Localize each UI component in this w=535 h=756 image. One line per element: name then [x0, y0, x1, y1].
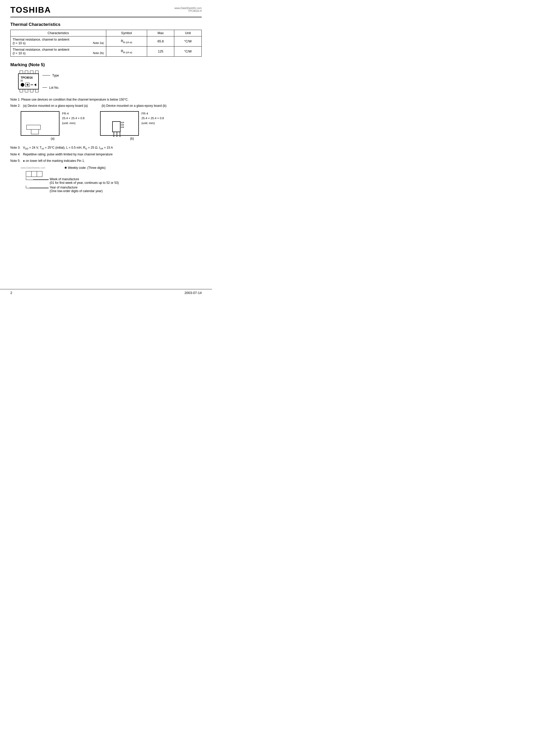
arrow-head	[34, 84, 36, 86]
char-cell-1: Thermal resistance, channel to ambient (…	[11, 37, 106, 46]
footer-page-number: 2	[10, 291, 12, 295]
board-b-size: 25.4 × 25.4 × 0.8	[141, 116, 164, 121]
board-a-fr4: FR-4	[62, 111, 85, 116]
www-label: www.DataSheet4U.com	[21, 166, 45, 169]
board-a-chip	[26, 125, 41, 129]
note2-header: Note 2: (a) Device mounted on a glass-ep…	[10, 103, 202, 108]
board-b-fr4: FR-4	[141, 111, 164, 116]
col-header-unit: Unit	[174, 30, 202, 37]
week-lines: Week of manufacture (01 for first week o…	[26, 177, 202, 193]
lot-label-line: Lot No.	[42, 86, 59, 90]
notes-section: Note 1: Please use devices on condition …	[10, 97, 202, 109]
ic-b-body	[112, 121, 121, 132]
pin-top-3	[30, 70, 33, 73]
watermark-text: www.DataSheet4U.com	[174, 7, 202, 10]
board-b-unit: (unit: mm)	[141, 121, 164, 126]
char-cell-2: Thermal resistance, channel to ambient (…	[11, 46, 106, 57]
pin-bottom-3	[30, 90, 33, 92]
week-box-1	[26, 171, 32, 177]
unit-cell-2: °C/W	[174, 46, 202, 57]
time-label-1: (t = 10 s)	[13, 42, 26, 45]
note1: Note 1: Please use devices on condition …	[10, 97, 202, 102]
page-header: TOSHIBA www.DataSheet4U.com TPC8016-H	[10, 5, 202, 17]
ic-body: TPC8016 H ✱	[18, 73, 39, 90]
week-box-3	[37, 171, 42, 177]
lot-label: Lot No.	[49, 86, 59, 90]
chip-id: TPC8016-H	[188, 10, 202, 13]
asterisk-mark: ✱	[25, 83, 29, 87]
unit-cell-1: °C/W	[174, 37, 202, 46]
symbol-cell-1: Rth (ch·a)	[106, 37, 147, 46]
board-a-size: 25.4 × 25.4 × 0.8	[62, 116, 85, 121]
footer-date: 2003-07-14	[184, 291, 202, 295]
pin-bottom-2	[25, 90, 28, 92]
pin-top-1	[20, 70, 23, 73]
note3: Note 3: VDD = 24 V, Tch = 25°C (initial)…	[10, 145, 202, 151]
ic-label2: H	[21, 79, 38, 82]
board-b-item: FR-4 25.4 × 25.4 × 0.8 (unit: mm) (b)	[100, 111, 164, 140]
table-row: Thermal resistance, channel to ambient (…	[11, 46, 202, 57]
week-label3: Year of manufacture	[50, 186, 77, 189]
ic-b-lead3	[120, 132, 121, 137]
ic-b-pin2	[121, 125, 124, 126]
week-box-2	[31, 171, 37, 177]
thermal-title: Thermal Characteristics	[10, 22, 202, 27]
pin-bottom-1	[20, 90, 23, 92]
marking-section: Marking (Note 5) TPC8016 H ✱	[10, 62, 202, 92]
board-a-lead	[31, 129, 39, 134]
note345-section: Note 3: VDD = 24 V, Tch = 25°C (initial)…	[10, 145, 202, 163]
page-footer: 2 2003-07-14	[0, 289, 212, 295]
board-b-label: (b)	[130, 137, 134, 140]
arrow-body	[31, 85, 33, 85]
pin1-dot	[21, 83, 24, 87]
board-a-item: FR-4 25.4 × 25.4 × 0.8 (unit: mm) (a)	[21, 111, 85, 140]
ic-b-lead1	[113, 132, 114, 137]
ic-b-lead2	[116, 132, 117, 137]
weekly-diagram: Week of manufacture (01 for first week o…	[26, 171, 202, 193]
table-row: Thermal resistance, channel to ambient (…	[11, 37, 202, 46]
ic-label: TPC8016	[21, 76, 38, 79]
note5: Note 5: ● on lower left of the marking i…	[10, 158, 202, 163]
ic-b-pin3	[121, 127, 124, 128]
col-header-max: Max	[147, 30, 174, 37]
col-header-symbol: Symbol	[106, 30, 147, 37]
header-right: www.DataSheet4U.com TPC8016-H	[174, 7, 202, 13]
board-diagrams: FR-4 25.4 × 25.4 × 0.8 (unit: mm) (a)	[21, 111, 202, 140]
board-b-diagram	[100, 111, 139, 136]
thermal-table: Characteristics Symbol Max Unit Thermal …	[10, 30, 202, 57]
weekly-code-section: www.DataSheet4U.com ✱ Weekly code: (Thre…	[10, 166, 202, 193]
ic-b-pin1	[121, 122, 124, 123]
week-label1: Week of manufacture	[50, 177, 79, 181]
week-label4: (One low-order digits of calendar year)	[50, 189, 202, 193]
max-cell-1: 65.8	[147, 37, 174, 46]
max-cell-2: 125	[147, 46, 174, 57]
pin-top-2	[25, 70, 28, 73]
board-b-spec: FR-4 25.4 × 25.4 × 0.8 (unit: mm)	[141, 111, 164, 126]
toshiba-logo: TOSHIBA	[10, 5, 51, 15]
board-a-label: (a)	[51, 137, 55, 140]
board-a-diagram	[21, 111, 60, 136]
board-a-spec: FR-4 25.4 × 25.4 × 0.8 (unit: mm)	[62, 111, 85, 126]
pin-bottom-4	[35, 90, 39, 92]
board-a-unit: (unit: mm)	[62, 121, 85, 126]
type-label-line: Type	[42, 74, 59, 77]
week-label2: (01 for first week of year, continues up…	[50, 181, 202, 184]
ic-on-board-b	[112, 121, 121, 132]
pin-top-4	[35, 70, 39, 73]
time-label-2: (t = 10 s)	[13, 51, 26, 55]
symbol-cell-2: Rth (ch·a)	[106, 46, 147, 57]
col-header-characteristics: Characteristics	[11, 30, 106, 37]
week-boxes-row	[26, 171, 202, 177]
marking-title: Marking (Note 5)	[10, 62, 202, 68]
asterisk-weekly: ✱ Weekly code: (Three digits)	[64, 166, 105, 170]
note-label-1: Note 2a)	[93, 42, 104, 44]
week-line3: Year of manufacture	[26, 186, 202, 189]
thermal-section: Thermal Characteristics Characteristics …	[10, 22, 202, 57]
note-label-2: Note 2b)	[93, 51, 104, 55]
week-line1: Week of manufacture	[26, 177, 202, 181]
note4: Note 4: Repetitive rating: pulse width l…	[10, 152, 202, 157]
type-label: Type	[52, 74, 59, 77]
